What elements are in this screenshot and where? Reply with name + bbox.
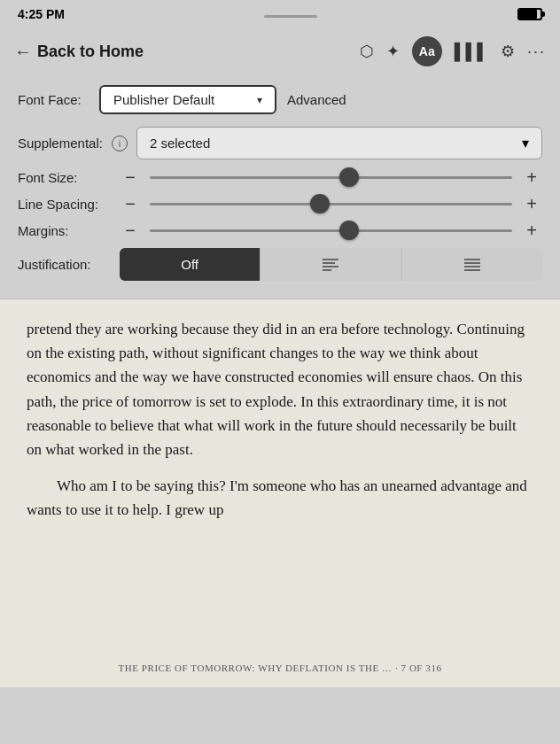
font-size-row: Font Size: − +	[18, 168, 542, 186]
book-paragraph-2: Who am I to be saying this? I'm someone …	[27, 474, 533, 522]
line-spacing-increase-button[interactable]: +	[521, 195, 542, 213]
nav-bar: ← Back to Home ⬡ ✦ Aa ▌▌▌ ⚙ ···	[0, 28, 560, 74]
font-face-value: Publisher Default	[113, 92, 214, 107]
svg-rect-1	[323, 262, 335, 264]
svg-rect-7	[464, 269, 480, 271]
justification-label: Justification:	[18, 257, 111, 272]
font-face-chevron-icon: ▾	[257, 94, 262, 106]
font-size-track	[150, 176, 512, 179]
line-spacing-row: Line Spacing: − +	[18, 195, 542, 213]
brightness-icon[interactable]: ✦	[386, 42, 400, 61]
justification-left-button[interactable]	[260, 248, 401, 281]
justification-full-button[interactable]	[401, 248, 542, 281]
supplemental-label: Supplemental:	[18, 136, 103, 151]
svg-rect-6	[464, 266, 480, 267]
nav-icons: ⬡ ✦ Aa ▌▌▌ ⚙ ···	[360, 36, 546, 66]
font-size-increase-button[interactable]: +	[521, 168, 542, 186]
font-face-row: Font Face: Publisher Default ▾ Advanced	[18, 85, 542, 114]
supplemental-value: 2 selected	[150, 136, 210, 151]
justify-full-icon	[464, 259, 480, 271]
nav-title[interactable]: Back to Home	[37, 43, 144, 61]
battery-fill	[519, 10, 537, 19]
margins-increase-button[interactable]: +	[521, 221, 542, 239]
svg-rect-5	[464, 262, 480, 264]
font-size-label: Font Size:	[18, 170, 111, 185]
settings-gear-icon[interactable]: ⚙	[501, 42, 515, 61]
margins-thumb[interactable]	[339, 221, 359, 240]
svg-rect-3	[323, 269, 331, 271]
advanced-button[interactable]: Advanced	[287, 92, 346, 107]
settings-panel: Font Face: Publisher Default ▾ Advanced …	[0, 74, 560, 299]
justification-options: Off	[120, 248, 542, 281]
line-spacing-slider[interactable]	[150, 195, 512, 213]
bookmark-icon[interactable]: ⬡	[360, 42, 374, 61]
book-text: pretend they are working because they di…	[27, 317, 533, 523]
more-icon[interactable]: ···	[527, 43, 546, 61]
info-icon[interactable]: i	[112, 136, 128, 151]
back-arrow-icon[interactable]: ←	[14, 42, 32, 62]
font-size-thumb[interactable]	[339, 167, 359, 187]
battery-icon	[517, 8, 542, 20]
line-spacing-thumb[interactable]	[310, 194, 330, 213]
svg-rect-0	[323, 259, 338, 260]
font-size-slider[interactable]	[150, 168, 512, 186]
justification-off-button[interactable]: Off	[120, 248, 260, 281]
font-face-dropdown[interactable]: Publisher Default ▾	[99, 85, 276, 114]
nav-left: ← Back to Home	[14, 42, 144, 62]
book-footer-text: THE PRICE OF TOMORROW: WHY DEFLATION IS …	[119, 663, 442, 673]
margins-decrease-button[interactable]: −	[120, 221, 141, 239]
status-notch	[264, 15, 317, 18]
margins-slider[interactable]	[150, 221, 512, 239]
font-aa-button[interactable]: Aa	[412, 36, 442, 66]
margins-track	[150, 229, 512, 232]
line-spacing-label: Line Spacing:	[18, 197, 111, 212]
line-spacing-decrease-button[interactable]: −	[120, 195, 141, 213]
supplemental-row: Supplemental: i 2 selected ▾	[18, 127, 542, 159]
supplemental-chevron-icon: ▾	[522, 135, 529, 151]
svg-rect-4	[464, 259, 480, 260]
margins-row: Margins: − +	[18, 221, 542, 239]
supplemental-dropdown[interactable]: 2 selected ▾	[136, 127, 542, 159]
justification-row: Justification: Off	[18, 248, 542, 281]
status-time: 4:25 PM	[18, 7, 65, 21]
book-footer: THE PRICE OF TOMORROW: WHY DEFLATION IS …	[0, 654, 560, 687]
margins-label: Margins:	[18, 223, 111, 238]
book-paragraph-1: pretend they are working because they di…	[27, 317, 533, 461]
book-content: pretend they are working because they di…	[0, 299, 560, 654]
font-face-label: Font Face:	[18, 92, 89, 107]
status-icons	[517, 8, 542, 20]
status-bar: 4:25 PM	[0, 0, 560, 28]
font-size-decrease-button[interactable]: −	[120, 168, 141, 186]
svg-rect-2	[323, 266, 338, 267]
justify-left-icon	[323, 259, 338, 271]
line-spacing-track	[150, 203, 512, 205]
chart-icon[interactable]: ▌▌▌	[455, 43, 488, 61]
